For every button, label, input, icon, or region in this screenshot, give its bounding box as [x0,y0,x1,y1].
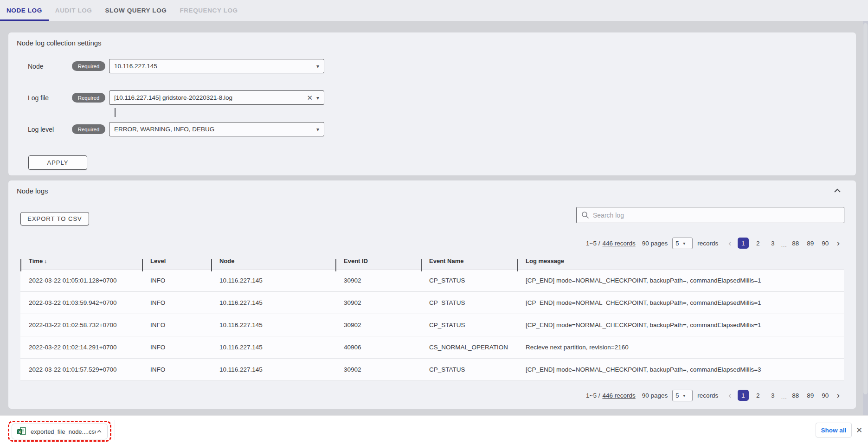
show-all-button[interactable]: Show all [816,423,852,438]
column-header-node[interactable]: Node [211,257,335,264]
pagination-top: 1~5 /446 records90 pages5▾records‹123...… [586,235,844,251]
prev-page-button[interactable]: ‹ [728,238,731,249]
svg-text:X: X [18,429,21,434]
record-range-text: 1~5 / [586,240,600,247]
text-cursor [115,108,116,117]
chevron-down-icon: ▾ [316,63,319,70]
column-header-level[interactable]: Level [142,257,211,264]
records-label: records [697,240,718,247]
table-cell: 10.116.227.145 [211,292,335,314]
tab-frequency-log[interactable]: FREQUENCY LOG [173,0,244,21]
table-cell: INFO [142,292,211,314]
page-size-value: 5 [675,240,682,247]
vertical-scrollbar[interactable] [863,21,868,415]
page-ellipsis: ... [781,394,787,400]
total-records-link[interactable]: 446 records [602,392,635,399]
tab-audit-log[interactable]: AUDIT LOG [49,0,99,21]
table-cell: 10.116.227.145 [211,314,335,336]
next-page-button[interactable]: › [837,238,840,249]
node-logs-panel: Node logs EXPORT TO CSV 1~5 /446 records… [8,180,856,409]
page-button-90[interactable]: 90 [820,390,831,401]
table-cell: 2022-03-22 01:02:14.291+0700 [20,336,142,358]
tab-bar: NODE LOG AUDIT LOG SLOW QUERY LOG FREQUE… [0,0,868,21]
page-button-89[interactable]: 89 [805,238,816,249]
table-cell: 10.116.227.145 [211,270,335,291]
clear-icon[interactable]: ✕ [307,94,313,102]
page-button-3[interactable]: 3 [767,390,778,401]
page-button-89[interactable]: 89 [805,390,816,401]
chevron-down-icon: ▾ [316,95,319,101]
page-button-1[interactable]: 1 [738,238,749,249]
log-level-label: Log level [28,126,72,133]
next-page-button[interactable]: › [837,390,840,401]
record-range-text: 1~5 / [586,392,600,399]
search-log-box [576,207,844,223]
pagination-bottom: 1~5 /446 records90 pages5▾records‹123...… [586,387,844,403]
log-file-select[interactable]: [10.116.227.145] gridstore-20220321-8.lo… [109,90,324,105]
close-download-bar-icon[interactable]: ✕ [855,425,864,435]
page-button-90[interactable]: 90 [820,238,831,249]
column-header-log-message[interactable]: Log message [517,257,844,264]
table-cell: 30902 [335,359,421,380]
required-badge: Required [72,93,105,103]
tab-node-log[interactable]: NODE LOG [0,0,49,21]
collapse-panel-icon[interactable] [833,186,842,195]
browser-download-bar: X exported_file_node....csv Show all ✕ [0,415,868,444]
page-button-2[interactable]: 2 [752,238,764,249]
table-body: 2022-03-22 01:05:01.128+0700INFO10.116.2… [20,269,844,381]
column-header-event-id[interactable]: Event ID [335,257,421,264]
prev-page-button[interactable]: ‹ [728,390,731,401]
downloaded-file-name: exported_file_node....csv [31,428,96,435]
table-row: 2022-03-22 01:02:58.732+0700INFO10.116.2… [20,314,844,336]
table-cell: 30902 [335,292,421,314]
search-icon [581,211,589,219]
table-cell: 2022-03-22 01:02:58.732+0700 [20,314,142,336]
settings-title: Node log collection settings [17,39,102,47]
node-select-value: 10.116.227.145 [114,63,313,70]
total-records-link[interactable]: 446 records [602,240,635,247]
table-cell: 2022-03-22 01:03:59.942+0700 [20,292,142,314]
apply-button[interactable]: APPLY [28,155,87,170]
chevron-down-icon: ▾ [316,126,319,133]
table-cell: CP_STATUS [421,359,517,380]
table-cell: CS_NORMAL_OPERATION [421,336,517,358]
log-level-select-value: ERROR, WARNING, INFO, DEBUG [114,126,313,133]
log-level-select[interactable]: ERROR, WARNING, INFO, DEBUG ▾ [109,122,324,136]
tab-slow-query-log[interactable]: SLOW QUERY LOG [98,0,173,21]
scrollbar-thumb[interactable] [863,23,868,394]
table-cell: [CP_END] mode=NORMAL_CHECKPOINT, backupP… [517,270,844,291]
table-cell: INFO [142,359,211,380]
export-to-csv-button[interactable]: EXPORT TO CSV [20,212,89,225]
log-file-select-value: [10.116.227.145] gridstore-20220321-8.lo… [114,94,303,101]
table-cell: INFO [142,314,211,336]
page-size-select[interactable]: 5▾ [672,238,693,249]
column-header-time[interactable]: Time ↓ [20,257,142,264]
required-badge: Required [72,61,105,71]
table-cell: [CP_END] mode=NORMAL_CHECKPOINT, backupP… [517,292,844,314]
page-button-2[interactable]: 2 [752,390,764,401]
column-header-event-name[interactable]: Event Name [421,257,517,264]
downloaded-file-chip[interactable]: X exported_file_node....csv [12,424,108,439]
chevron-down-icon: ▾ [683,393,689,398]
node-field-row: Node Required 10.116.227.145 ▾ [28,59,324,73]
chevron-up-icon[interactable] [96,428,103,435]
total-pages-text: 90 pages [642,240,668,247]
required-badge: Required [72,124,105,134]
excel-file-icon: X [17,427,26,437]
total-pages-text: 90 pages [642,392,668,399]
page-button-1[interactable]: 1 [738,390,749,401]
page-button-88[interactable]: 88 [790,238,801,249]
page-size-select[interactable]: 5▾ [672,390,693,401]
sort-desc-icon: ↓ [44,257,47,264]
table-cell: 2022-03-22 01:05:01.128+0700 [20,270,142,291]
page-button-3[interactable]: 3 [767,238,778,249]
records-label: records [697,392,718,399]
table-cell: CP_STATUS [421,314,517,336]
page-button-88[interactable]: 88 [790,390,801,401]
search-log-input[interactable] [593,212,839,219]
node-select[interactable]: 10.116.227.145 ▾ [109,59,324,73]
log-level-field-row: Log level Required ERROR, WARNING, INFO,… [28,122,324,136]
table-cell: [CP_END] mode=NORMAL_CHECKPOINT, backupP… [517,359,844,380]
node-log-table: Time ↓ Level Node Event ID Event Name Lo… [20,253,844,381]
table-row: 2022-03-22 01:03:59.942+0700INFO10.116.2… [20,292,844,314]
